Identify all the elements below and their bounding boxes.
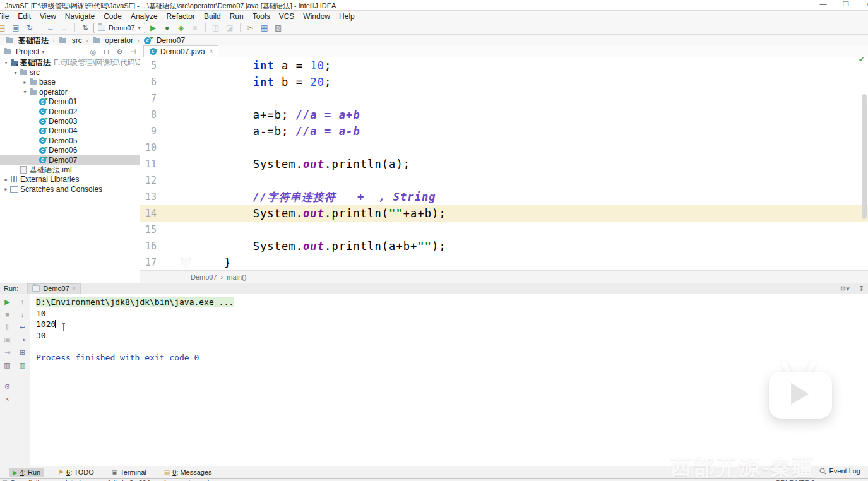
- code-line-10[interactable]: 10: [140, 140, 868, 156]
- run-configuration-combo[interactable]: Demo07 ▾: [93, 23, 145, 33]
- patch-icon[interactable]: ✂: [245, 23, 256, 32]
- line-number[interactable]: 17: [140, 254, 157, 270]
- run-icon[interactable]: ▶: [148, 23, 159, 32]
- inspections-ok-icon[interactable]: ✔: [859, 56, 864, 64]
- tree-item-基础语法-iml[interactable]: 基础语法.iml: [0, 165, 140, 174]
- menu-edit[interactable]: Edit: [13, 12, 35, 21]
- scroll-to-end-icon[interactable]: ⇥: [18, 335, 27, 344]
- menu-code[interactable]: Code: [99, 12, 126, 21]
- hide-panel-icon[interactable]: ↧: [859, 285, 864, 293]
- tree-item-demo04[interactable]: cDemo04: [0, 126, 140, 136]
- restore-layout-icon[interactable]: ▣: [3, 335, 12, 344]
- print-icon[interactable]: ⊞: [18, 348, 27, 357]
- code-line-12[interactable]: 12: [140, 172, 868, 189]
- tree-arrow-icon[interactable]: ▾: [12, 70, 19, 76]
- event-log-button[interactable]: Event Log: [819, 467, 860, 475]
- menu-build[interactable]: Build: [199, 12, 225, 21]
- code-line-6[interactable]: 6 int b = 20;: [140, 74, 868, 90]
- exit-icon[interactable]: ⇥: [3, 348, 12, 357]
- hide-panel-icon[interactable]: ⊣: [129, 48, 137, 56]
- tree-arrow-icon[interactable]: ▾: [21, 89, 28, 95]
- menu-file[interactable]: File: [0, 12, 13, 21]
- console-icon[interactable]: ▥: [3, 360, 12, 369]
- pin-icon[interactable]: ⚙: [3, 382, 12, 391]
- code-line-16[interactable]: 16 System.out.println(a+b+"");: [140, 238, 868, 254]
- tree-item-demo01[interactable]: cDemo01: [0, 97, 140, 107]
- back-icon[interactable]: ←: [45, 23, 56, 32]
- run-console[interactable]: D:\Environment\jdk8\jdk\bin\java.exe ...…: [30, 294, 868, 466]
- minimize-button[interactable]: —: [819, 0, 828, 8]
- code-line-15[interactable]: 15: [140, 222, 868, 238]
- tree-item-demo06[interactable]: cDemo06: [0, 146, 140, 155]
- sort-icon[interactable]: ⇅: [80, 23, 91, 32]
- tree-arrow-icon[interactable]: ▾: [3, 60, 9, 66]
- code-line-9[interactable]: 9 a-=b; //a = a-b: [140, 123, 868, 140]
- pause-output-icon[interactable]: ‖: [3, 323, 12, 331]
- tree-arrow-icon[interactable]: ▸: [3, 186, 9, 192]
- close-icon[interactable]: ×: [73, 285, 76, 292]
- up-stack-trace-icon[interactable]: ↑: [18, 297, 27, 306]
- code-line-7[interactable]: 7: [140, 90, 868, 107]
- menu-view[interactable]: View: [35, 12, 61, 21]
- toolwindow-run[interactable]: ▶4: Run: [9, 468, 44, 477]
- editor-breadcrumb-method[interactable]: main(): [227, 273, 246, 281]
- settings-gear-icon[interactable]: ⚙: [116, 48, 124, 56]
- tree-item-base[interactable]: ▸base: [0, 78, 140, 87]
- breadcrumb-demo07[interactable]: cDemo07: [142, 36, 186, 45]
- line-number[interactable]: 13: [140, 189, 157, 205]
- menu-refactor[interactable]: Refactor: [162, 12, 199, 21]
- rerun-icon[interactable]: ▶: [3, 297, 12, 306]
- code-line-14[interactable]: 14 System.out.println(""+a+b);: [140, 205, 868, 222]
- stop-icon[interactable]: ■: [3, 310, 12, 319]
- plugin-icon[interactable]: ▨: [273, 23, 284, 32]
- menu-navigate[interactable]: Navigate: [61, 12, 99, 21]
- tree-item-external-libraries[interactable]: ▸External Libraries: [0, 175, 140, 184]
- line-number[interactable]: 12: [140, 172, 157, 189]
- synchronize-icon[interactable]: ↻: [24, 23, 35, 32]
- save-all-icon[interactable]: ▣: [10, 23, 21, 32]
- close-icon[interactable]: ×: [210, 48, 213, 55]
- tree-arrow-icon[interactable]: ▸: [3, 177, 9, 182]
- maximize-button[interactable]: ❐: [841, 0, 850, 8]
- code-line-17[interactable]: 17 }: [140, 254, 868, 270]
- down-stack-trace-icon[interactable]: ↓: [18, 310, 27, 319]
- line-number[interactable]: 10: [140, 140, 157, 156]
- console-settings-gear-icon[interactable]: ⚙▾: [840, 285, 849, 293]
- breadcrumb-基础语法[interactable]: 基础语法: [4, 35, 50, 46]
- structure-grid-icon[interactable]: ▦: [259, 23, 270, 32]
- tree-item-operator[interactable]: ▾operator: [0, 87, 140, 97]
- open-file-icon[interactable]: ▤: [0, 23, 8, 32]
- tree-item-基础语法[interactable]: ▾基础语法F:\班级管理\网课班\代码\JavaSE\基础: [0, 58, 140, 68]
- project-panel-title[interactable]: Project: [16, 47, 39, 56]
- line-number[interactable]: 11: [140, 156, 157, 172]
- breadcrumb-src[interactable]: src: [57, 36, 83, 45]
- breadcrumb-operator[interactable]: operator: [90, 36, 134, 45]
- close-icon[interactable]: ×: [3, 395, 12, 403]
- line-number[interactable]: 14: [140, 205, 157, 222]
- line-number[interactable]: 5: [140, 57, 157, 74]
- code-line-8[interactable]: 8 a+=b; //a = a+b: [140, 107, 868, 123]
- toolwindow-messages[interactable]: ▤0: Messages: [160, 468, 216, 477]
- editor-scrollbar[interactable]: [862, 94, 867, 219]
- line-number[interactable]: 9: [140, 123, 157, 140]
- menu-help[interactable]: Help: [335, 12, 359, 21]
- line-number[interactable]: 8: [140, 107, 157, 123]
- coverage-icon[interactable]: ◈: [175, 23, 187, 32]
- menu-tools[interactable]: Tools: [248, 12, 275, 21]
- code-line-11[interactable]: 11 System.out.println(a);: [140, 156, 868, 172]
- toolwindow-terminal[interactable]: ▣Terminal: [108, 468, 150, 477]
- tree-item-demo05[interactable]: cDemo05: [0, 136, 140, 145]
- tree-arrow-icon[interactable]: ▸: [21, 80, 28, 85]
- line-number[interactable]: 16: [140, 238, 157, 254]
- line-number[interactable]: 15: [140, 222, 157, 238]
- toolwindow-todo[interactable]: ⚑6: TODO: [54, 468, 98, 477]
- tab-demo07-java[interactable]: c Demo07.java ×: [143, 45, 218, 57]
- menu-window[interactable]: Window: [299, 12, 335, 21]
- line-number[interactable]: 6: [140, 74, 157, 90]
- tree-item-scratches-and-consoles[interactable]: ▸Scratches and Consoles: [0, 184, 140, 194]
- tree-item-demo03[interactable]: cDemo03: [0, 116, 140, 126]
- debug-icon[interactable]: ●: [162, 23, 173, 32]
- code-line-13[interactable]: 13 //字符串连接符 + , String: [140, 189, 868, 205]
- menu-vcs[interactable]: VCS: [275, 12, 299, 21]
- collapse-all-icon[interactable]: ⊟: [102, 48, 110, 56]
